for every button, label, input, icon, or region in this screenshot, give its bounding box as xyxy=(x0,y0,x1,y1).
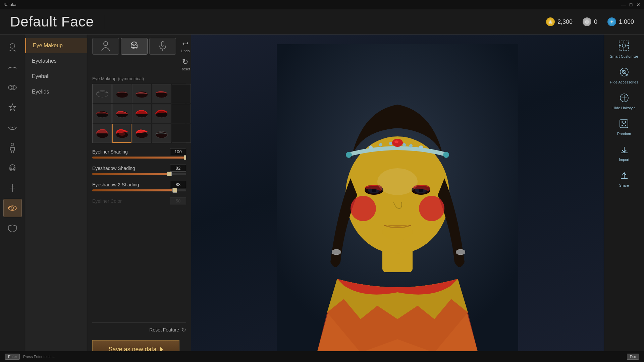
share-btn[interactable]: Share xyxy=(619,170,630,187)
svg-marker-3 xyxy=(9,104,16,111)
eyeliner-shading-label: Eyeliner Shading xyxy=(92,149,128,155)
sidebar-icon-skull[interactable] xyxy=(3,159,22,177)
eyeliner-color-row: Eyeliner Color xyxy=(92,197,186,209)
smart-customize-btn[interactable]: Smart Customize xyxy=(610,40,638,58)
svg-point-52 xyxy=(379,143,382,146)
sliders-area: Eyeliner Shading Eyeshadow Shading xyxy=(92,148,186,319)
sidebar-icon-eye[interactable] xyxy=(3,78,22,97)
eyeshadow-shading-value[interactable] xyxy=(170,165,186,172)
svg-point-1 xyxy=(8,85,16,90)
makeup-cell-11[interactable] xyxy=(112,124,131,143)
eyeliner-shading-row: Eyeliner Shading xyxy=(92,148,186,159)
makeup-cell-4[interactable] xyxy=(172,84,191,103)
sidebar-icon-brow[interactable] xyxy=(3,58,22,76)
makeup-cell-13[interactable] xyxy=(152,124,171,143)
section-subtitle: (symmetrical) xyxy=(118,76,144,81)
svg-point-84 xyxy=(622,121,623,123)
eyeshadow2-shading-track[interactable] xyxy=(92,189,186,191)
sidebar-icon-tattoo[interactable] xyxy=(3,179,22,197)
category-eyeball[interactable]: Eyeball xyxy=(25,69,87,84)
currency-area: ◉ 2,300 ⬡ 0 ✦ 1,000 xyxy=(546,17,634,26)
makeup-cell-3[interactable] xyxy=(152,84,171,103)
makeup-grid xyxy=(92,84,186,143)
svg-point-86 xyxy=(623,123,625,124)
hide-hairstyle-btn[interactable]: Hide Hairstyle xyxy=(612,93,635,110)
svg-point-62 xyxy=(419,196,444,221)
reset-button[interactable]: ↻ Reset xyxy=(179,56,192,73)
makeup-cell-1[interactable] xyxy=(112,84,131,103)
svg-rect-35 xyxy=(173,105,190,122)
tab-mic-btn[interactable] xyxy=(149,38,176,55)
bottom-bar: Enter Press Enter to chat Esc xyxy=(0,351,644,362)
tab-skull-btn[interactable] xyxy=(121,38,148,55)
options-panel: ↩ Undo ↻ Reset Eye Makeup (symmetrical) xyxy=(87,35,191,362)
undo-button[interactable]: ↩ Undo xyxy=(179,38,192,55)
eyeshadow-shading-track[interactable] xyxy=(92,173,186,175)
sidebar-icon-face[interactable] xyxy=(3,38,22,56)
makeup-cell-2[interactable] xyxy=(132,84,151,103)
import-btn[interactable]: Import xyxy=(619,144,630,162)
smart-customize-icon xyxy=(618,40,630,52)
character-display xyxy=(191,35,604,362)
reset-feature-icon: ↻ xyxy=(181,326,186,334)
reset-feature-row: Reset Feature ↻ xyxy=(92,322,186,334)
smart-customize-label: Smart Customize xyxy=(610,54,638,58)
eyeshadow2-shading-thumb[interactable] xyxy=(172,188,177,193)
svg-point-53 xyxy=(389,142,392,145)
svg-rect-16 xyxy=(161,42,164,46)
eyeshadow-shading-fill xyxy=(92,173,169,175)
sidebar-icon-body[interactable] xyxy=(3,138,22,157)
tab-person-btn[interactable] xyxy=(92,38,119,55)
svg-point-55 xyxy=(394,140,398,143)
undo-label: Undo xyxy=(181,49,190,53)
header: Default Face ◉ 2,300 ⬡ 0 ✦ 1,000 xyxy=(0,9,644,35)
eyeliner-shading-track[interactable] xyxy=(92,157,186,159)
right-panel: Smart Customize Hide Accessories Hide Ha… xyxy=(604,35,644,362)
sidebar-icon-lips[interactable] xyxy=(3,118,22,137)
enter-hint: Press Enter to chat xyxy=(23,355,55,359)
random-icon xyxy=(619,118,629,129)
sidebar-icon-star[interactable] xyxy=(3,98,22,117)
category-eye-makeup[interactable]: Eye Makeup xyxy=(25,38,87,53)
eyeliner-shading-thumb[interactable] xyxy=(184,155,186,160)
eyeshadow2-shading-value[interactable] xyxy=(170,181,186,188)
svg-point-8 xyxy=(13,167,15,168)
category-eyelids[interactable]: Eyelids xyxy=(25,84,87,100)
eyeliner-color-label: Eyeliner Color xyxy=(92,198,122,204)
svg-rect-26 xyxy=(173,85,190,103)
sidebar-icon-eye-makeup[interactable] xyxy=(3,199,22,217)
makeup-cell-8[interactable] xyxy=(152,104,171,123)
currency-gold: ◉ 2,300 xyxy=(546,17,573,26)
eyeliner-shading-fill xyxy=(92,157,186,159)
makeup-cell-12[interactable] xyxy=(132,124,151,143)
svg-point-58 xyxy=(419,145,423,149)
category-eyelashes[interactable]: Eyelashes xyxy=(25,53,87,69)
makeup-cell-5[interactable] xyxy=(93,104,112,123)
eyeshadow-shading-thumb[interactable] xyxy=(167,172,172,176)
makeup-cell-6[interactable] xyxy=(112,104,131,123)
makeup-cell-9[interactable] xyxy=(172,104,191,123)
share-label: Share xyxy=(619,183,629,187)
reset-feature-button[interactable]: Reset Feature ↻ xyxy=(149,326,186,334)
hide-hairstyle-label: Hide Hairstyle xyxy=(612,106,635,110)
makeup-cell-0[interactable] xyxy=(93,84,112,103)
makeup-cell-7[interactable] xyxy=(132,104,151,123)
eyeliner-color-value[interactable] xyxy=(170,197,186,204)
close-button[interactable]: ✕ xyxy=(636,2,641,7)
svg-point-9 xyxy=(8,206,16,210)
maximize-button[interactable]: □ xyxy=(629,2,633,7)
app-name: Naraka xyxy=(3,2,16,7)
hide-accessories-btn[interactable]: Hide Accessories xyxy=(610,67,638,84)
sidebar-icon-mask[interactable] xyxy=(3,219,22,237)
header-divider xyxy=(104,15,104,28)
makeup-cell-14[interactable] xyxy=(172,124,191,143)
svg-point-69 xyxy=(377,168,418,195)
random-btn[interactable]: Random xyxy=(617,118,631,136)
svg-point-72 xyxy=(622,44,626,47)
reset-icon: ↻ xyxy=(182,58,188,66)
eyeliner-shading-value[interactable] xyxy=(170,148,186,155)
makeup-cell-10[interactable] xyxy=(93,124,112,143)
left-sidebar xyxy=(0,35,25,362)
svg-point-85 xyxy=(625,121,626,123)
minimize-button[interactable]: — xyxy=(621,2,626,7)
